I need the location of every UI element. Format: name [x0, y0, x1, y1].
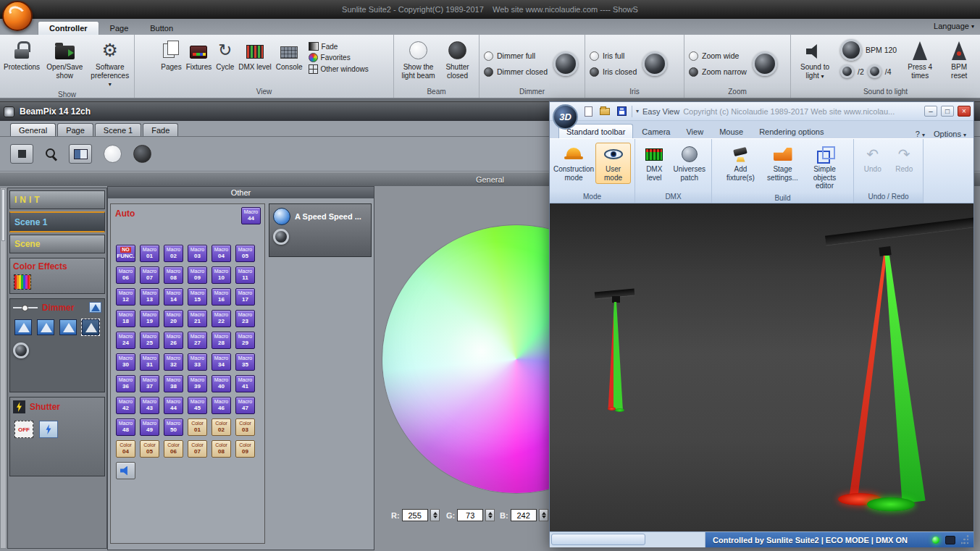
user-mode-button[interactable]: User mode: [595, 143, 631, 184]
macro-button[interactable]: Macro02: [164, 245, 183, 262]
macro-button[interactable]: Macro22: [212, 310, 231, 327]
beampix-tab-fade[interactable]: Fade: [143, 123, 178, 136]
macro-button[interactable]: Macro06: [116, 266, 135, 284]
resize-grip[interactable]: [961, 535, 970, 545]
red-value-input[interactable]: [402, 509, 428, 521]
dimmer-preset-icon[interactable]: [14, 319, 32, 335]
color-button[interactable]: Color07: [188, 440, 207, 458]
vertical-scrollbar[interactable]: [0, 188, 7, 549]
open-button[interactable]: [598, 105, 611, 118]
show-light-beam-button[interactable]: Show the light beam: [398, 38, 439, 81]
active-macro-chip[interactable]: Macro 44: [241, 207, 261, 224]
dimmer-preset-icon[interactable]: [59, 319, 77, 335]
macro-button[interactable]: Macro48: [116, 418, 135, 436]
macro-button[interactable]: Macro04: [212, 245, 231, 262]
macro-button[interactable]: Macro37: [140, 375, 159, 392]
macro-button[interactable]: Macro08: [164, 266, 183, 284]
macro-button[interactable]: Macro34: [212, 353, 231, 371]
macro-button[interactable]: Macro26: [164, 332, 183, 349]
macro-button[interactable]: Macro49: [140, 418, 159, 436]
macro-button[interactable]: Macro01: [140, 245, 159, 262]
speed-button-label[interactable]: A Speed Speed ...: [295, 212, 361, 221]
universes-patch-button[interactable]: Universes patch: [671, 143, 708, 184]
green-value-input[interactable]: [457, 509, 483, 521]
macro-button[interactable]: Macro43: [140, 397, 159, 414]
undo-button[interactable]: ↶ Undo: [858, 143, 888, 176]
tab-page[interactable]: Page: [99, 22, 140, 35]
cycle-button[interactable]: ↻ Cycle: [214, 38, 235, 73]
iris-closed-button[interactable]: Iris closed: [590, 67, 637, 77]
macro-button[interactable]: Macro21: [188, 310, 207, 327]
color-button[interactable]: Color05: [140, 440, 159, 458]
press-4-times-button[interactable]: Press 4 times: [902, 38, 937, 81]
macro-button[interactable]: Macro05: [235, 245, 255, 262]
green-spinner[interactable]: [485, 509, 495, 521]
red-spinner[interactable]: [430, 509, 440, 521]
macro-button[interactable]: Macro45: [188, 397, 207, 414]
macro-button[interactable]: Macro14: [164, 288, 183, 306]
macro-button[interactable]: Macro27: [188, 332, 207, 349]
dimmer-preset-icon-selected[interactable]: [82, 319, 99, 335]
language-menu[interactable]: Language ▾: [934, 22, 974, 30]
scene-button-scene1[interactable]: Scene 1: [9, 211, 105, 232]
easyview-3d-logo-button[interactable]: 3D: [553, 104, 578, 130]
dimmer-full-button[interactable]: Dimmer full: [484, 51, 548, 61]
stage-settings-button[interactable]: Stage settings...: [763, 143, 803, 184]
color-button[interactable]: Color08: [212, 440, 231, 458]
shutter-strobe-button[interactable]: [39, 421, 58, 438]
tab-controller[interactable]: Controller: [38, 21, 99, 35]
open-save-show-button[interactable]: Open/Save show: [43, 38, 86, 81]
software-preferences-button[interactable]: ⚙ Software preferences ▾: [88, 38, 132, 90]
color-button[interactable]: Color01: [188, 418, 207, 436]
tab-button[interactable]: Button: [139, 22, 184, 35]
window-mode-button[interactable]: [10, 144, 33, 164]
sound-button[interactable]: [116, 462, 135, 479]
scene-button-scene[interactable]: Scene: [9, 235, 105, 253]
color-button[interactable]: Color03: [235, 418, 255, 436]
scrollbar-thumb[interactable]: [551, 534, 645, 545]
sound-to-light-button[interactable]: Sound to light ▾: [795, 38, 834, 81]
macro-button[interactable]: Macro28: [212, 332, 231, 349]
split-view-button[interactable]: [69, 144, 92, 164]
color-button[interactable]: Color09: [235, 440, 255, 458]
stage-3d-viewport[interactable]: [550, 203, 973, 531]
macro-button[interactable]: Macro19: [140, 310, 159, 327]
easyview-tab-rendering-options[interactable]: Rendering options: [752, 125, 831, 138]
options-menu[interactable]: Options ▾: [934, 130, 966, 138]
macro-button[interactable]: Macro46: [212, 397, 231, 414]
macro-button[interactable]: Macro47: [235, 397, 255, 414]
beam-open-toggle[interactable]: [104, 145, 122, 163]
nofunc-button[interactable]: NOFUNC.: [116, 245, 135, 262]
macro-button[interactable]: Macro44: [164, 397, 183, 414]
macro-button[interactable]: Macro38: [164, 375, 183, 392]
macro-button[interactable]: Macro17: [235, 288, 255, 306]
favorites-button[interactable]: Favorites: [309, 53, 369, 62]
zoom-wide-button[interactable]: Zoom wide: [689, 51, 747, 61]
macro-button[interactable]: Macro30: [116, 353, 135, 371]
speed-knob[interactable]: [273, 229, 289, 245]
zoom-knob[interactable]: [753, 51, 777, 76]
macro-button[interactable]: Macro13: [140, 288, 159, 306]
macro-button[interactable]: Macro18: [116, 310, 135, 327]
macro-button[interactable]: Macro50: [164, 418, 183, 436]
bpm-div2-knob[interactable]: [840, 64, 854, 78]
app-logo-button[interactable]: [2, 1, 33, 31]
macro-button[interactable]: Macro33: [188, 353, 207, 371]
close-button[interactable]: ×: [958, 106, 971, 117]
pages-button[interactable]: Pages: [159, 38, 183, 73]
macro-button[interactable]: Macro31: [140, 353, 159, 371]
color-button[interactable]: Color02: [212, 418, 231, 436]
new-document-button[interactable]: [582, 105, 595, 118]
macro-button[interactable]: Macro42: [116, 397, 135, 414]
rainbow-gradient-icon[interactable]: [14, 275, 30, 289]
macro-button[interactable]: Macro25: [140, 332, 159, 349]
simple-objects-editor-button[interactable]: Simple objects editor: [805, 143, 845, 193]
bpm-div4-knob[interactable]: [868, 64, 881, 78]
easyview-tab-mouse[interactable]: Mouse: [712, 125, 750, 138]
color-button[interactable]: Color06: [164, 440, 183, 458]
macro-button[interactable]: Macro23: [235, 310, 255, 327]
protections-button[interactable]: Protections: [2, 38, 41, 73]
scene-button-init[interactable]: INIT: [9, 190, 105, 209]
save-button[interactable]: [615, 105, 628, 118]
macro-button[interactable]: Macro15: [188, 288, 207, 306]
